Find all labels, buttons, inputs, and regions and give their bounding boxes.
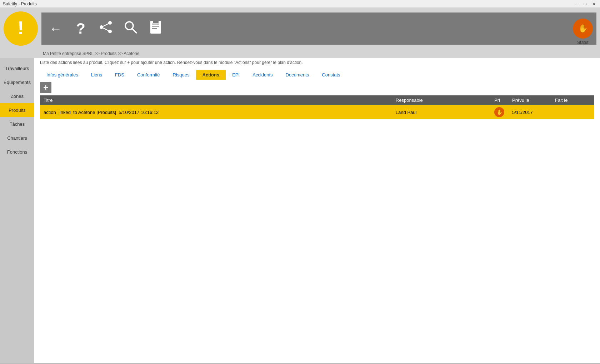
col-fait-le: Fait le <box>551 95 594 105</box>
add-action-button[interactable]: + <box>40 82 51 93</box>
tab-conformite[interactable]: Conformité <box>131 70 166 80</box>
cell-titre: action_linked_to Acétone [Produits] 5/10… <box>40 105 392 119</box>
svg-rect-9 <box>152 26 159 27</box>
tab-accidents[interactable]: Accidents <box>246 70 279 80</box>
sidebar: Travailleurs Équipements Zones Produits … <box>0 58 34 363</box>
help-icon: ? <box>76 20 85 37</box>
table-header-row: Titre Responsable Pri Prévu le Fait le <box>40 95 594 105</box>
svg-line-3 <box>101 23 110 27</box>
close-button[interactable]: ✕ <box>591 1 597 6</box>
tab-documents[interactable]: Documents <box>279 70 316 80</box>
main-toolbar: ← ? <box>41 13 596 45</box>
search-button[interactable] <box>120 13 141 45</box>
add-row: + <box>40 80 594 95</box>
tab-constats[interactable]: Constats <box>315 70 346 80</box>
window-title: Safetify - Produits <box>3 1 37 6</box>
actions-table: Titre Responsable Pri Prévu le Fait le a… <box>40 95 594 119</box>
content-area: Liste des actions liées au produit. Cliq… <box>34 58 600 363</box>
svg-line-4 <box>101 27 110 31</box>
cell-fait-le <box>551 105 594 119</box>
col-prevu-le: Prévu le <box>509 95 551 105</box>
svg-rect-10 <box>152 28 157 29</box>
tab-actions[interactable]: Actions <box>196 70 226 80</box>
tabs-bar: Infos générales Liens FDS Conformité Ris… <box>34 67 600 80</box>
sidebar-item-travailleurs[interactable]: Travailleurs <box>0 61 34 75</box>
sidebar-item-zones[interactable]: Zones <box>0 89 34 103</box>
back-button[interactable]: ← <box>45 13 66 45</box>
back-icon: ← <box>49 21 62 36</box>
search-icon <box>124 20 138 38</box>
table-row[interactable]: action_linked_to Acétone [Produits] 5/10… <box>40 105 594 119</box>
status-label: Statut <box>577 40 588 45</box>
logo-icon: ! <box>18 19 24 37</box>
share-button[interactable] <box>95 13 116 45</box>
status-button[interactable]: ✋ Statut <box>573 19 593 45</box>
sidebar-item-taches[interactable]: Tâches <box>0 117 34 131</box>
svg-line-6 <box>132 29 136 33</box>
minimize-button[interactable]: ─ <box>574 1 580 6</box>
sidebar-item-equipements[interactable]: Équipements <box>0 75 34 89</box>
cell-responsable: Land Paul <box>392 105 491 119</box>
sidebar-item-chantiers[interactable]: Chantiers <box>0 131 34 145</box>
tab-liens[interactable]: Liens <box>85 70 109 80</box>
notes-icon <box>149 20 162 38</box>
help-button[interactable]: ? <box>70 13 91 45</box>
breadcrumb: Ma Petite entreprise SPRL >> Produits >>… <box>0 49 600 58</box>
tab-fds[interactable]: FDS <box>109 70 131 80</box>
app-logo: ! <box>4 11 38 46</box>
sidebar-item-produits[interactable]: Produits <box>0 103 34 117</box>
notes-button[interactable] <box>145 13 166 45</box>
share-icon <box>99 21 113 36</box>
sidebar-item-fonctions[interactable]: Fonctions <box>0 145 34 159</box>
status-circle-icon: ✋ <box>573 19 593 39</box>
tab-risques[interactable]: Risques <box>166 70 196 80</box>
cell-prevu-le: 5/11/2017 <box>509 105 551 119</box>
col-titre: Titre <box>40 95 392 105</box>
tab-infos-generales[interactable]: Infos générales <box>40 70 85 80</box>
cell-priority: ✋ <box>491 105 509 119</box>
table-area: + Titre Responsable Pri Prévu le Fait le <box>34 80 600 363</box>
svg-rect-11 <box>153 21 159 23</box>
title-bar: Safetify - Produits ─ □ ✕ <box>0 0 600 8</box>
priority-badge-icon: ✋ <box>494 107 504 117</box>
svg-rect-8 <box>152 24 159 25</box>
maximize-button[interactable]: □ <box>582 1 588 6</box>
col-responsable: Responsable <box>392 95 491 105</box>
tab-epi[interactable]: EPI <box>226 70 246 80</box>
window-controls: ─ □ ✕ <box>574 1 597 6</box>
col-pri: Pri <box>491 95 509 105</box>
info-text: Liste des actions liées au produit. Cliq… <box>34 58 600 67</box>
